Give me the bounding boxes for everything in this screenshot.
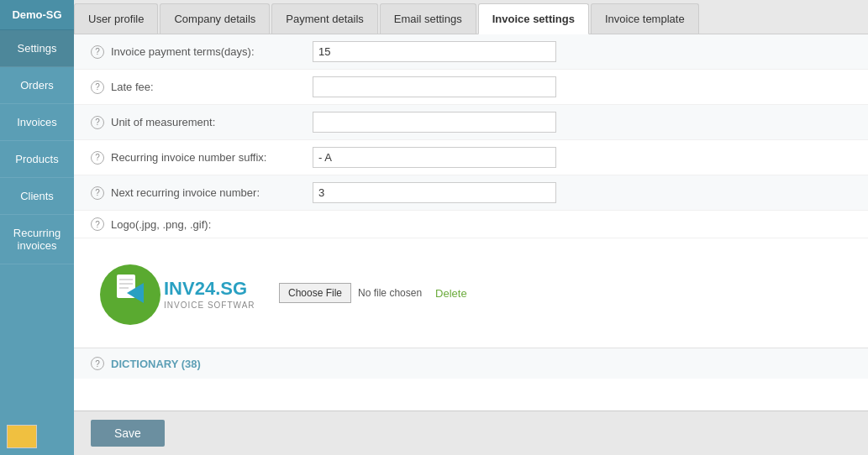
help-icon-unit-measurement[interactable]: ? [91,116,104,129]
sidebar-item-products[interactable]: Products [0,141,74,178]
logo-section: INV24.SG INVOICE SOFTWARE Choose File No… [74,238,868,348]
form-row-next-recurring: ? Next recurring invoice number: [74,175,868,211]
main-content: User profile Company details Payment det… [74,0,868,455]
form-row-logo: ? Logo(.jpg, .png, .gif): [74,211,868,238]
help-icon-late-fee[interactable]: ? [91,81,104,94]
input-next-recurring[interactable] [313,182,556,203]
tab-company-details[interactable]: Company details [160,3,270,34]
sidebar-item-invoices[interactable]: Invoices [0,104,74,141]
tab-invoice-template[interactable]: Invoice template [591,3,699,34]
tab-email-settings[interactable]: Email settings [380,3,476,34]
dictionary-link[interactable]: DICTIONARY (38) [111,358,201,370]
tab-bar: User profile Company details Payment det… [74,0,868,34]
form-row-unit-measurement: ? Unit of measurement: [74,105,868,140]
help-icon-dictionary[interactable]: ? [91,357,104,370]
input-payment-terms[interactable] [313,41,556,62]
input-late-fee[interactable] [313,76,556,97]
tab-user-profile[interactable]: User profile [74,3,158,34]
label-payment-terms: Invoice payment terms(days): [111,45,313,58]
logo-image-box: INV24.SG INVOICE SOFTWARE [91,255,259,331]
sidebar-item-orders[interactable]: Orders [0,67,74,104]
file-upload-area: Choose File No file chosen Delete [279,283,467,303]
svg-text:INVOICE SOFTWARE: INVOICE SOFTWARE [164,301,255,310]
help-icon-payment-terms[interactable]: ? [91,45,104,59]
form-row-payment-terms: ? Invoice payment terms(days): [74,34,868,70]
svg-text:INV24.SG: INV24.SG [164,278,247,299]
help-icon-recurring-suffix[interactable]: ? [91,151,104,165]
sidebar-item-settings[interactable]: Settings [0,30,74,67]
sidebar-brand[interactable]: Demo-SG [0,0,74,30]
sidebar: Demo-SG Settings Orders Invoices Product… [0,0,74,455]
input-unit-measurement[interactable] [313,112,556,133]
content-area: ? Invoice payment terms(days): ? Late fe… [74,34,868,411]
tab-invoice-settings[interactable]: Invoice settings [478,3,589,34]
form-row-recurring-suffix: ? Recurring invoice number suffix: [74,140,868,175]
label-recurring-suffix: Recurring invoice number suffix: [111,151,313,164]
sidebar-item-clients[interactable]: Clients [0,178,74,215]
choose-file-button[interactable]: Choose File [279,283,351,303]
sidebar-bottom [0,418,74,455]
input-recurring-suffix[interactable] [313,147,556,168]
dictionary-section: ? DICTIONARY (38) [74,348,868,379]
label-late-fee: Late fee: [111,81,313,93]
label-logo: Logo(.jpg, .png, .gif): [111,218,313,231]
help-icon-logo[interactable]: ? [91,217,104,231]
logo-svg: INV24.SG INVOICE SOFTWARE [95,259,255,327]
save-button[interactable]: Save [91,420,165,447]
label-next-recurring: Next recurring invoice number: [111,186,313,199]
help-icon-next-recurring[interactable]: ? [91,186,104,200]
no-file-text: No file chosen [358,287,422,299]
label-unit-measurement: Unit of measurement: [111,116,313,128]
form-row-late-fee: ? Late fee: [74,70,868,105]
sidebar-icon-box [7,425,37,448]
sidebar-item-recurring[interactable]: Recurring invoices [0,215,74,264]
delete-link[interactable]: Delete [435,287,467,300]
tab-payment-details[interactable]: Payment details [271,3,378,34]
save-area: Save [74,411,868,455]
